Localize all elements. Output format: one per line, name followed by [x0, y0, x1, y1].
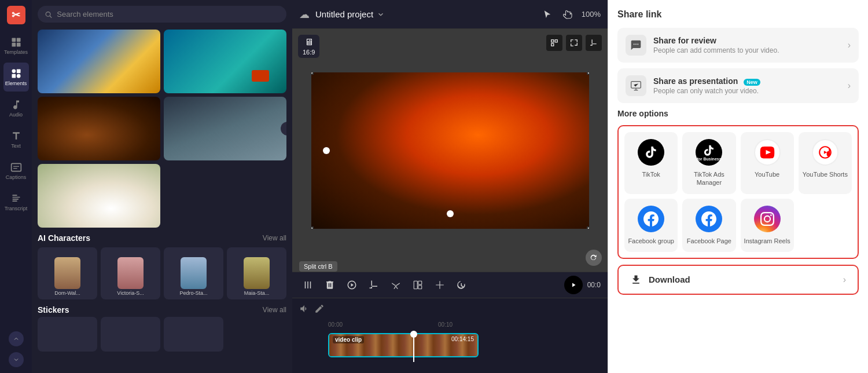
chevron-right-icon: [285, 126, 286, 131]
media-thumb-city[interactable]: [38, 30, 160, 93]
delete-btn[interactable]: [321, 277, 339, 292]
play-circle-icon: [347, 280, 357, 290]
slider-dot-bottom[interactable]: [447, 210, 454, 217]
sidebar-item-templates[interactable]: Templates: [3, 31, 29, 60]
ratio-selector[interactable]: 🖥 16:9: [298, 35, 319, 58]
chevron-down-project-icon: [377, 10, 385, 19]
svg-point-4: [12, 70, 16, 74]
media-thumb-food[interactable]: [38, 97, 160, 160]
speed-btn[interactable]: [453, 277, 470, 292]
crop-video-btn[interactable]: [365, 277, 382, 292]
tiktok-icon: [638, 139, 664, 166]
pointer-icon: [542, 9, 553, 20]
media-thumb-ocean[interactable]: [164, 30, 286, 93]
pencil-icon: [314, 303, 325, 314]
share-for-review-option[interactable]: Share for review People can add comments…: [617, 28, 859, 63]
download-btn[interactable]: Download ›: [617, 265, 859, 295]
search-icon: [45, 10, 52, 19]
svg-rect-2: [12, 43, 16, 47]
ai-character-pedro[interactable]: Pedro-Sta...: [164, 247, 223, 299]
ai-characters-grid: Dom-Wal... Victoria-S... Pedro-Sta... Ma…: [38, 247, 286, 299]
captions-icon: [10, 162, 22, 173]
youtube-shorts-option[interactable]: YouTube Shorts: [799, 132, 852, 194]
volume-btn[interactable]: [299, 303, 310, 316]
sidebar-item-transcript[interactable]: Transcript: [3, 188, 29, 217]
stickers-view-all[interactable]: View all: [263, 306, 286, 314]
timeline-playhead[interactable]: [413, 333, 414, 362]
share-review-icon: [626, 35, 646, 56]
sidebar-expand-btn[interactable]: [9, 352, 24, 367]
editor-area: ☁ Untitled project 100% 🖥 16:9: [292, 0, 608, 373]
trim-icon: [435, 280, 445, 290]
youtube-shorts-label: YouTube Shorts: [803, 170, 848, 178]
download-icon: [630, 274, 642, 286]
sidebar-item-captions[interactable]: Captions: [3, 156, 29, 185]
avatar-pedro: [181, 257, 207, 289]
split-btn[interactable]: Split ctrl B: [299, 277, 317, 292]
ai-character-dom[interactable]: Dom-Wal...: [38, 247, 97, 299]
ai-character-victoria-name: Victoria-S...: [116, 290, 145, 296]
ai-character-maia[interactable]: Maia-Sta...: [227, 247, 286, 299]
canvas-fit-btn[interactable]: [546, 35, 562, 51]
svg-rect-21: [414, 281, 417, 289]
svg-rect-12: [12, 197, 20, 198]
ai-characters-view-all[interactable]: View all: [263, 234, 286, 242]
refresh-btn[interactable]: [586, 250, 602, 266]
speed-icon: [457, 280, 467, 290]
facebook-page-option[interactable]: Facebook Page: [682, 199, 735, 252]
handle-tl[interactable]: [311, 72, 314, 75]
timeline-controls: [292, 298, 608, 321]
tiktok-label: TikTok: [642, 170, 660, 178]
media-thumb-street[interactable]: [164, 97, 286, 160]
tiktok-option[interactable]: TikTok: [624, 132, 678, 194]
ai-character-victoria[interactable]: Victoria-S...: [101, 247, 160, 299]
instagram-reels-option[interactable]: Instagram Reels: [741, 199, 794, 252]
pointer-tool-btn[interactable]: [540, 7, 555, 22]
share-presentation-option[interactable]: Share as presentation New People can onl…: [617, 68, 859, 103]
sticker-card-2[interactable]: [101, 317, 160, 352]
ai-character-maia-name: Maia-Sta...: [243, 290, 271, 296]
sidebar-collapse-btn[interactable]: [9, 331, 24, 346]
sticker-card-1[interactable]: [38, 317, 97, 352]
tiktok-ads-option[interactable]: for Business TikTok Ads Manager: [682, 132, 735, 194]
svg-rect-5: [16, 70, 20, 74]
elements-panel: AI Characters View all Dom-Wal... Victor…: [32, 0, 292, 373]
timeline-clip[interactable]: video clip 00:14:15: [328, 333, 479, 357]
svg-rect-11: [12, 195, 17, 196]
sticker-card-3[interactable]: [164, 317, 223, 352]
pencil-btn[interactable]: [314, 303, 325, 316]
svg-rect-13: [12, 199, 19, 200]
play-btn[interactable]: [564, 276, 583, 294]
sidebar-item-elements[interactable]: Elements: [3, 63, 29, 92]
avatar-maia: [244, 257, 270, 289]
handle-bl[interactable]: [311, 226, 314, 229]
trim-btn[interactable]: [431, 277, 448, 292]
handle-br[interactable]: [587, 226, 589, 229]
project-name[interactable]: Untitled project: [315, 9, 385, 19]
sidebar-item-text[interactable]: Text: [3, 125, 29, 154]
crop-video-icon: [369, 280, 379, 290]
canvas-container: [311, 72, 589, 229]
search-bar: [38, 6, 286, 23]
hand-tool-btn[interactable]: [561, 7, 576, 22]
handle-tr[interactable]: [587, 72, 589, 75]
flip-btn[interactable]: [387, 277, 404, 292]
svg-rect-14: [12, 200, 17, 202]
share-review-content: Share for review People can add comments…: [653, 36, 841, 54]
carousel-next-btn[interactable]: [281, 122, 286, 136]
canvas-fullscreen-btn[interactable]: [566, 35, 582, 51]
search-input[interactable]: [57, 10, 279, 19]
youtube-option[interactable]: YouTube: [741, 132, 794, 194]
slider-dot-left[interactable]: [323, 147, 330, 154]
instagram-reels-label: Instagram Reels: [744, 237, 790, 245]
facebook-page-icon: [696, 206, 722, 232]
sidebar-item-audio[interactable]: Audio: [3, 94, 29, 123]
youtube-icon: [754, 139, 781, 166]
svg-point-7: [16, 74, 20, 78]
facebook-group-option[interactable]: Facebook group: [624, 199, 678, 252]
media-thumb-dog[interactable]: [38, 164, 160, 228]
canvas-crop-btn[interactable]: [586, 35, 602, 51]
sidebar-toggle-btn[interactable]: [409, 277, 426, 292]
play-pause-btn[interactable]: [343, 277, 361, 292]
new-badge: New: [744, 79, 760, 86]
